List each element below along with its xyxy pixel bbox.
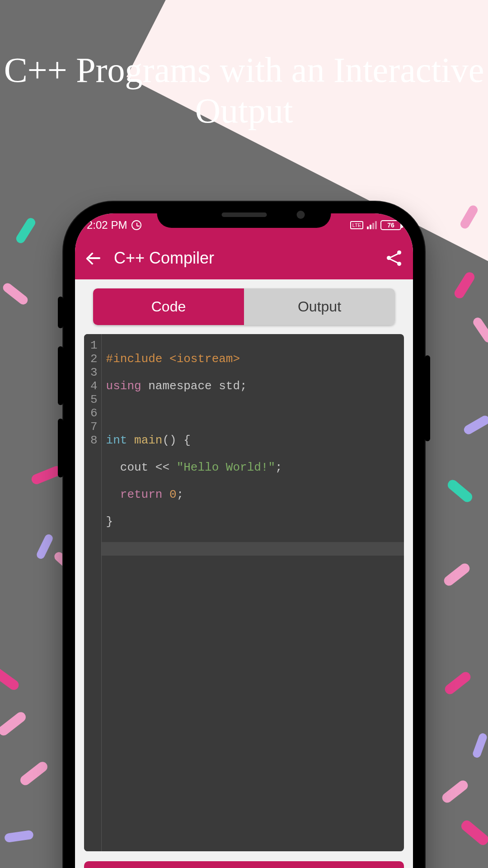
- confetti-icon: [443, 670, 473, 696]
- confetti-icon: [446, 478, 474, 504]
- content-area: Code Output 1 2 3 4 5 6 7 8 #include <io…: [75, 279, 413, 868]
- battery-icon: 76: [380, 220, 401, 230]
- code-line: int main() {: [106, 434, 399, 447]
- line-number: 3: [90, 366, 98, 379]
- app-title: C++ Compiler: [114, 249, 374, 268]
- code-line: using namespace std;: [106, 379, 399, 393]
- code-line: return 0;: [106, 488, 399, 501]
- marketing-headline: C++ Programs with an Interactive Output: [0, 50, 488, 131]
- line-number-gutter: 1 2 3 4 5 6 7 8: [84, 334, 102, 851]
- alarm-icon: [131, 220, 141, 230]
- confetti-icon: [1, 281, 30, 306]
- code-editor[interactable]: 1 2 3 4 5 6 7 8 #include <iostream> usin…: [84, 334, 404, 851]
- confetti-icon: [459, 204, 479, 230]
- tab-bar: Code Output: [93, 288, 395, 325]
- line-number: 5: [90, 393, 98, 406]
- network-type-icon: LTE: [350, 221, 363, 229]
- tab-code[interactable]: Code: [93, 288, 244, 325]
- code-line: [102, 542, 404, 556]
- phone-side-button: [58, 346, 63, 405]
- confetti-icon: [459, 818, 488, 847]
- confetti-icon: [0, 665, 21, 692]
- share-icon[interactable]: [387, 250, 402, 266]
- line-number: 8: [90, 434, 98, 447]
- confetti-icon: [19, 760, 50, 787]
- line-number: 4: [90, 379, 98, 393]
- code-line: }: [106, 515, 399, 528]
- phone-screen: 2:02 PM LTE 76 C++ Compiler Code Output: [75, 213, 413, 868]
- line-number: 7: [90, 420, 98, 434]
- confetti-icon: [14, 216, 37, 245]
- app-bar: C++ Compiler: [75, 237, 413, 279]
- confetti-icon: [453, 270, 477, 300]
- phone-side-button: [58, 419, 63, 477]
- tab-output[interactable]: Output: [244, 288, 395, 325]
- phone-side-button: [58, 297, 63, 328]
- phone-notch: [157, 202, 331, 228]
- confetti-icon: [0, 710, 28, 737]
- code-line: #include <iostream>: [106, 352, 399, 366]
- speaker-icon: [221, 212, 267, 217]
- confetti-icon: [440, 778, 470, 805]
- code-body[interactable]: #include <iostream> using namespace std;…: [102, 334, 404, 851]
- confetti-icon: [471, 316, 488, 344]
- confetti-icon: [4, 830, 34, 843]
- line-number: 2: [90, 352, 98, 366]
- phone-side-button: [425, 355, 430, 441]
- camera-icon: [297, 211, 305, 219]
- line-number: 1: [90, 339, 98, 352]
- line-number: 6: [90, 406, 98, 420]
- back-arrow-icon[interactable]: [86, 250, 101, 266]
- run-button[interactable]: Run: [84, 861, 404, 868]
- signal-icon: [367, 221, 377, 229]
- confetti-icon: [35, 533, 54, 560]
- status-time: 2:02 PM: [87, 219, 127, 231]
- confetti-icon: [442, 561, 472, 588]
- code-line: cout << "Hello World!";: [106, 461, 399, 474]
- phone-frame: 2:02 PM LTE 76 C++ Compiler Code Output: [63, 202, 425, 868]
- code-line: [106, 406, 399, 420]
- confetti-icon: [472, 732, 488, 759]
- confetti-icon: [462, 414, 488, 436]
